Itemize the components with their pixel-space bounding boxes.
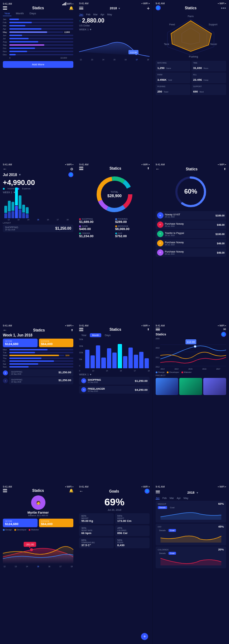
stat-matching: MATCHING 1,250 Game [156,61,190,71]
stat-kill: KILL 23.456 Creep [191,73,226,83]
share-icon[interactable]: ⬆ [147,328,150,331]
week-label[interactable]: WEEK 1 ▼ [79,28,150,31]
menu-icon[interactable] [79,7,83,10]
latest-card: SHOPPING 18 Sep 2018 $1,250.00 [3,225,73,232]
tab-year[interactable]: Year [79,333,88,337]
svg-text:Feed: Feed [169,23,175,26]
add-more-button[interactable]: Add More [3,61,73,68]
goals-percent: 69% [79,496,150,508]
month-may[interactable]: May [107,13,112,16]
week-selector[interactable]: WEEK 1 ▼ [79,373,150,376]
subtitle: Week 1, Jun 2018 [3,333,73,337]
stat-farm: FARM 3.456K Gold [156,73,190,83]
tab-days[interactable]: Days [103,333,113,337]
txn-item[interactable]: N Noway UI KIT 28 Jul, 2018 $189.00 [156,211,226,220]
week-selector[interactable]: WEEK 1 ▼ [3,191,73,194]
txn-info: Purchase Noway 28 Jul, 2018 [165,241,216,246]
menu-icon[interactable] [79,328,83,331]
year-selector[interactable]: 2018 ▼ [110,6,121,10]
share-icon[interactable]: ⬆ [71,329,73,332]
txn-info: Noway UI KIT 28 Jul, 2018 [165,213,214,218]
globe-icon[interactable]: 🌐 [156,5,161,10]
cell-finance-2018: 9:41 AM ▪ WiFi ▪ 2018 ▼ + Jan Feb Mar Ap… [76,0,152,161]
month-mar[interactable]: Mar [170,497,174,500]
bell-icon[interactable]: 🔔 [69,489,73,493]
goal-height: 55% HEIGHT 173.00 Cm [115,513,150,524]
add-icon[interactable]: + [147,5,150,11]
globe-icon[interactable]: 🌐 [68,172,73,177]
svg-text:-261.00: -261.00 [25,543,34,546]
month-feb[interactable]: Feb [86,13,91,16]
details-tab[interactable]: Details [158,506,167,509]
menu-icon[interactable] [156,328,160,331]
radar-chart: Farm Feed Support Tank Nuker Pushing [156,13,226,59]
income-box: INCOME $124,680 [3,339,38,347]
tab-days[interactable]: Days [28,11,37,16]
cinema-dot [79,233,81,234]
svg-text:$28,900: $28,900 [107,194,122,198]
menu-icon[interactable] [3,489,7,492]
month-apr[interactable]: Apr [177,497,181,500]
menu-icon[interactable] [3,6,7,10]
txn-card-freelancer[interactable]: + FREELANCER 16 Sep 2018 $4,250.00 [79,386,150,394]
month-jan[interactable]: Jan [156,497,160,500]
txn-item[interactable]: P Purchase Noway 28 Jul, 2018 $48.00 [156,239,226,248]
share-icon[interactable]: ⬆ [147,167,150,170]
time-label: 9:41 AM [79,2,88,5]
goal-calories: 45% CALORIES 896 Cal [115,525,150,536]
goal-tab[interactable]: Goal [169,552,176,555]
month-mar[interactable]: Mar [93,13,98,16]
details-tab[interactable]: Details [158,552,167,555]
txn-avatar: P [157,240,164,246]
time-label: 9:41 AM [3,163,12,166]
goal-tab[interactable]: Goal [169,506,176,509]
year-selector[interactable]: 2018 ▼ [187,489,198,495]
stats-grid: MATCHING 1,250 Game TIME 31,690 Hours FA… [156,61,226,95]
x-axis-labels: 01314151718 [79,370,150,372]
mail-icon[interactable]: ✉ [223,328,226,331]
time-label: 9:41 AM [156,485,165,488]
back-icon[interactable]: ← [79,489,83,494]
details-tab[interactable]: Details [158,529,167,532]
time-label: 9:41 AM [3,485,12,488]
txn-item[interactable]: P Purchase Noway 28 Jul, 2018 $48.00 [156,220,226,229]
month-jan[interactable]: Jan [79,13,83,16]
menu-icon[interactable] [156,490,160,494]
txn-item[interactable]: T Tranfer to Paypal 28 Jul, 2018 $100.00 [156,230,226,238]
month-title: Jul 2018 [3,173,17,177]
txn-card-shopping[interactable]: + SHOPPING 16 Sep 2018 $1,250.00 [79,377,150,385]
goal-tab[interactable]: Goal [169,529,176,532]
globe-icon[interactable]: 🌐 [145,489,150,494]
sparkline-chart: 112.00 [79,32,150,57]
months-nav: Jan Feb Mar Apr May [156,497,226,500]
globe-icon[interactable]: 🌐 [221,332,226,337]
txn-card: SHOPPING 16 Sep 2018 $1,250.00 [9,369,73,376]
legend-fooding: FOODING $289.00 [115,218,150,224]
metric-tabs: Details Goal [158,506,224,509]
weight-chart [158,510,224,520]
menu-icon[interactable] [79,167,83,170]
tab-month[interactable]: Month [90,333,101,337]
back-icon[interactable]: ← [156,166,160,171]
svg-text:112.00: 112.00 [130,51,137,54]
tab-month[interactable]: Month [14,11,25,16]
back-icon[interactable]: ← [3,328,7,333]
tab-year[interactable]: Year [3,11,11,16]
month-apr[interactable]: Apr [101,13,104,16]
back-icon[interactable]: ← [3,166,7,171]
bell-icon[interactable]: 🔔 [69,6,73,10]
stat-pushing: PUSHING 250 Tower [156,84,190,95]
settings-icon[interactable]: ⚙ [70,167,73,171]
latest-label: LATEST [3,222,73,224]
add-icon[interactable]: + [3,370,8,375]
add-icon-2[interactable]: + [3,378,8,383]
page-title: Goals [109,489,119,493]
statics-title: Statics [156,333,166,336]
month-may[interactable]: May [184,497,188,500]
month-feb[interactable]: Feb [162,497,167,500]
svg-text:TOTAL: TOTAL [111,191,118,193]
goals-date: Jul 20, 2018 [79,509,150,511]
txn-item[interactable]: P Purchase Noway 28 Jul, 2018 $48.00 [156,248,226,257]
project-label: PROJECT [156,374,226,376]
share-icon[interactable]: ⬆ [224,168,226,171]
